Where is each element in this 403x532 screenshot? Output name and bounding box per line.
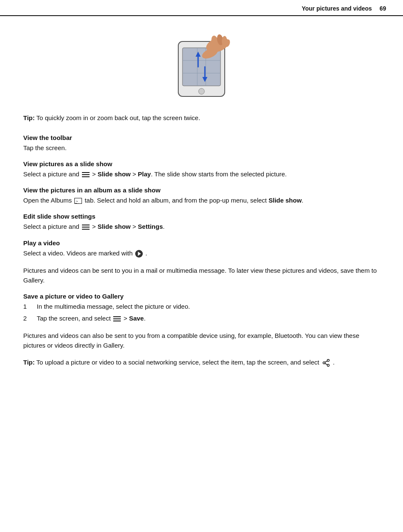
section-play-video-title: Play a video	[23, 239, 380, 247]
page-content: Tip: To quickly zoom in or zoom back out…	[0, 16, 403, 395]
slideshow-text2: >	[90, 170, 98, 178]
page-header: Your pictures and videos 69	[0, 0, 403, 16]
list-item-2: 2 Tap the screen, and select > Save.	[23, 313, 380, 323]
slideshow-bold2: Play	[138, 170, 151, 178]
list-item-1: 1 In the multimedia message, select the …	[23, 302, 380, 311]
albums-icon: ~	[74, 198, 82, 204]
tip1-text: Tip: To quickly zoom in or zoom back out…	[23, 113, 380, 123]
paragraph2: Pictures and videos can also be sent to …	[23, 331, 380, 351]
menu-icon-1	[82, 172, 90, 178]
edit-bold1: Slide show	[98, 223, 131, 230]
svg-line-20	[325, 364, 327, 365]
section-view-slideshow-title: View pictures as a slide show	[23, 160, 380, 167]
edit-text2: >	[90, 223, 98, 230]
tip2-body: To upload a picture or video to a social…	[35, 359, 319, 366]
album-text1: Open the Albums	[23, 197, 74, 204]
edit-bold2: Settings	[138, 223, 163, 230]
play-icon	[135, 250, 143, 258]
play-text2: .	[144, 250, 147, 257]
section-album-slideshow-body: Open the Albums ~ tab. Select and hold a…	[23, 195, 380, 205]
list-item-1-text: In the multimedia message, select the pi…	[37, 302, 190, 311]
play-text1: Select a video. Videos are marked with	[23, 250, 134, 257]
list-item-2-num: 2	[23, 313, 37, 323]
section-view-toolbar-body: Tap the screen.	[23, 143, 380, 153]
svg-line-21	[325, 361, 327, 362]
slideshow-text3: >	[131, 170, 138, 178]
save-bold: Save	[129, 315, 144, 322]
list-item-2-text: Tap the screen, and select > Save.	[37, 313, 146, 323]
header-page-number: 69	[379, 5, 386, 12]
section-view-slideshow-body: Select a picture and > Slide show > Play…	[23, 169, 380, 179]
album-bold1: Slide show	[269, 197, 302, 204]
share-icon	[322, 359, 330, 367]
tip2-suffix: .	[333, 359, 335, 366]
section-album-slideshow: View the pictures in an album as a slide…	[23, 186, 380, 205]
section-edit-slideshow-body: Select a picture and > Slide show > Sett…	[23, 222, 380, 231]
section-edit-slideshow-title: Edit slide show settings	[23, 213, 380, 220]
paragraph1: Pictures and videos can be sent to you i…	[23, 266, 380, 285]
section-play-video-body: Select a video. Videos are marked with .	[23, 248, 380, 258]
slideshow-bold1: Slide show	[98, 170, 131, 178]
section-play-video: Play a video Select a video. Videos are …	[23, 239, 380, 258]
section-save-gallery: Save a picture or video to Gallery 1 In …	[23, 293, 380, 323]
edit-text3: >	[131, 223, 138, 230]
slideshow-text1: Select a picture and	[23, 170, 81, 178]
menu-icon-3	[113, 316, 121, 322]
section-view-toolbar-title: View the toolbar	[23, 134, 380, 141]
menu-icon-2	[82, 224, 90, 230]
edit-text1: Select a picture and	[23, 223, 81, 230]
svg-point-17	[327, 359, 329, 362]
phone-swipe-svg	[155, 33, 248, 101]
phone-illustration	[23, 33, 380, 101]
tip1-label: Tip:	[23, 114, 35, 121]
list-item-1-num: 1	[23, 302, 37, 311]
section-view-slideshow: View pictures as a slide show Select a p…	[23, 160, 380, 179]
header-title: Your pictures and videos	[302, 5, 372, 12]
svg-point-19	[327, 365, 329, 367]
tip2-text: Tip: To upload a picture or video to a s…	[23, 358, 380, 367]
svg-point-6	[199, 88, 204, 94]
svg-point-18	[323, 362, 325, 364]
section-save-gallery-title: Save a picture or video to Gallery	[23, 293, 380, 300]
section-edit-slideshow: Edit slide show settings Select a pictur…	[23, 213, 380, 231]
slideshow-text4: . The slide show starts from the selecte…	[151, 170, 287, 178]
save-gallery-list: 1 In the multimedia message, select the …	[23, 302, 380, 323]
section-album-slideshow-title: View the pictures in an album as a slide…	[23, 186, 380, 194]
edit-text4: .	[163, 223, 165, 230]
section-view-toolbar: View the toolbar Tap the screen.	[23, 134, 380, 153]
tip2-label: Tip:	[23, 359, 35, 366]
album-text2: tab. Select and hold an album, and from …	[83, 197, 268, 204]
album-text3: .	[302, 197, 303, 204]
